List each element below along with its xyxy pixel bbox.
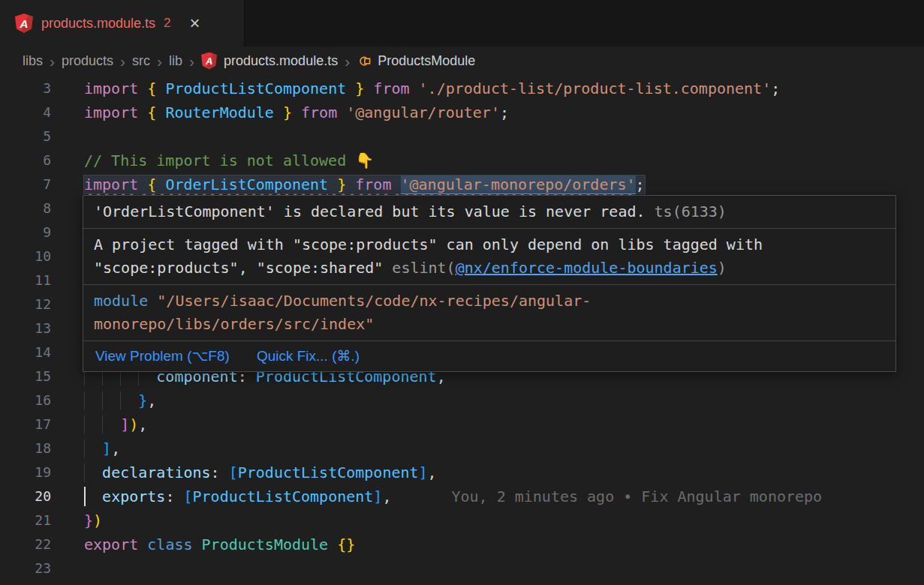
breadcrumb-file[interactable]: products.module.ts (224, 53, 338, 69)
code-token (391, 176, 400, 194)
line-number[interactable]: 19 (0, 460, 51, 484)
breadcrumb-item[interactable]: libs (23, 53, 43, 69)
code-content: declarations: [ProductListComponent], (51, 460, 924, 484)
code-line[interactable]: 5 (0, 124, 924, 148)
code-token: export (84, 536, 138, 554)
code-content: }) (51, 508, 924, 532)
code-line[interactable]: 21}) (0, 508, 924, 532)
code-token: } (138, 392, 147, 410)
code-content: import { OrderListComponent } from '@ang… (51, 172, 924, 196)
line-number[interactable]: 8 (0, 196, 51, 220)
line-number[interactable]: 12 (0, 292, 51, 316)
code-token: , (147, 392, 156, 410)
chevron-right-icon: › (345, 53, 350, 69)
code-token (84, 488, 102, 506)
line-number[interactable]: 10 (0, 244, 51, 268)
code-token: { (147, 176, 156, 194)
code-line[interactable]: 16 }, (0, 388, 924, 412)
code-content: exports: [ProductListComponent],You, 2 m… (51, 484, 924, 508)
code-line[interactable]: 19 declarations: [ProductListComponent], (0, 460, 924, 484)
code-editor[interactable]: 3import { ProductListComponent } from '.… (0, 75, 924, 580)
code-token: import (84, 176, 138, 194)
code-line[interactable]: 6// This import is not allowed 👇 (0, 148, 924, 172)
hover-line: module "/Users/isaac/Documents/code/nx-r… (94, 290, 885, 313)
close-tab-icon[interactable]: × (190, 14, 200, 32)
git-blame-annotation: You, 2 minutes ago • Fix Angular monorep… (451, 488, 822, 506)
line-number[interactable]: 14 (0, 340, 51, 364)
breadcrumb-item[interactable]: src (132, 53, 150, 69)
hover-sections: 'OrderListComponent' is declared but its… (83, 196, 895, 340)
line-number[interactable]: 4 (0, 100, 51, 124)
line-number[interactable]: 22 (0, 532, 51, 556)
line-number[interactable]: 15 (0, 364, 51, 388)
line-number[interactable]: 16 (0, 388, 51, 412)
code-line[interactable]: 17 ]), (0, 412, 924, 436)
code-token (156, 80, 165, 98)
code-token: } (84, 512, 93, 530)
code-content (51, 556, 924, 580)
code-token (337, 104, 346, 122)
code-line[interactable]: 4import { RouterModule } from '@angular/… (0, 100, 924, 124)
code-token: } (337, 176, 346, 194)
code-token (193, 536, 202, 554)
code-token: ) (129, 416, 138, 434)
hover-line: 'OrderListComponent' is declared but its… (94, 200, 885, 224)
line-number[interactable]: 17 (0, 412, 51, 436)
breadcrumb-symbol[interactable]: ProductsModule (378, 53, 475, 69)
chevron-right-icon: › (189, 53, 194, 69)
code-token: '@angular-monorepo/orders' (401, 176, 636, 194)
code-token: , (111, 440, 120, 458)
angular-icon: A (201, 52, 217, 70)
code-token (156, 104, 165, 122)
hover-actions-bar: View Problem (⌥F8)Quick Fix... (⌘.) (83, 340, 895, 371)
breadcrumb-item[interactable]: lib (169, 53, 182, 69)
code-token (410, 80, 419, 98)
code-token: { (147, 80, 156, 98)
code-line[interactable]: 20 exports: [ProductListComponent],You, … (0, 484, 924, 508)
line-number[interactable]: 6 (0, 148, 51, 172)
class-symbol-icon (357, 54, 371, 68)
hover-text: "scope:products", "scope:shared" (94, 259, 392, 277)
code-token (346, 176, 355, 194)
hover-section: module "/Users/isaac/Documents/code/nx-r… (83, 284, 895, 340)
code-token: { (147, 104, 156, 122)
quick-fix-action[interactable]: Quick Fix... (⌘.) (257, 345, 360, 368)
statement-highlight: import { OrderListComponent } from '@ang… (84, 176, 645, 194)
code-line[interactable]: 3import { ProductListComponent } from '.… (0, 76, 924, 100)
code-line[interactable]: 18 ], (0, 436, 924, 460)
code-line[interactable]: 23 (0, 556, 924, 580)
code-line[interactable]: 7import { OrderListComponent } from '@an… (0, 172, 924, 196)
tab-products-module[interactable]: A products.module.ts 2 × (0, 0, 245, 46)
code-token: declarations (102, 464, 211, 482)
view-problem-action[interactable]: View Problem (⌥F8) (95, 345, 230, 368)
hover-section: 'OrderListComponent' is declared but its… (83, 196, 895, 228)
line-number[interactable]: 13 (0, 316, 51, 340)
code-token: ] (373, 488, 382, 506)
line-number[interactable]: 3 (0, 76, 51, 100)
line-number[interactable]: 18 (0, 436, 51, 460)
breadcrumb-item[interactable]: products (62, 53, 113, 69)
line-number[interactable]: 23 (0, 556, 51, 580)
line-number[interactable]: 21 (0, 508, 51, 532)
eslint-rule-link[interactable]: @nx/enforce-module-boundaries (456, 259, 718, 277)
code-line[interactable]: 22export class ProductsModule {} (0, 532, 924, 556)
line-number[interactable]: 20 (0, 484, 51, 508)
code-token: ; (636, 176, 645, 194)
line-number[interactable]: 7 (0, 172, 51, 196)
code-token (138, 536, 147, 554)
code-token: import (84, 80, 138, 98)
code-token: } (283, 104, 292, 122)
code-token: , (428, 464, 437, 482)
code-token: ] (419, 464, 428, 482)
code-token (84, 440, 102, 458)
hover-text: ) (718, 259, 727, 277)
line-number[interactable]: 9 (0, 220, 51, 244)
line-number[interactable]: 11 (0, 268, 51, 292)
code-token: OrderListComponent (165, 176, 328, 194)
chevron-right-icon: › (50, 53, 55, 69)
line-number[interactable]: 5 (0, 124, 51, 148)
hover-line: A project tagged with "scope:products" c… (94, 233, 885, 256)
code-token: from (373, 80, 409, 98)
code-token: class (147, 536, 192, 554)
code-token (138, 80, 147, 98)
